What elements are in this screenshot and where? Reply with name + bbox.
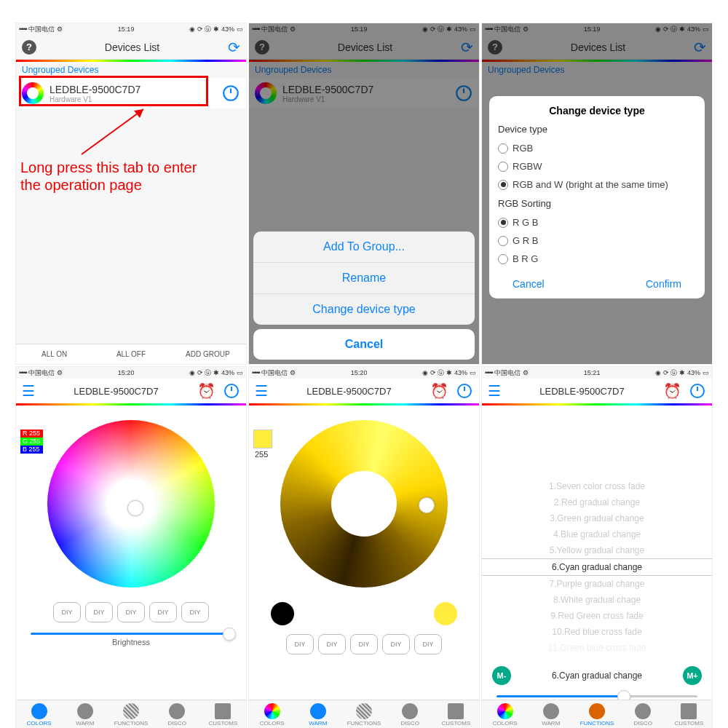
power-icon[interactable] xyxy=(221,84,240,103)
nav-title: Devices List xyxy=(105,41,159,53)
device-subtitle: Hardware V1 xyxy=(50,95,215,103)
rename-button[interactable]: Rename xyxy=(253,263,475,294)
diy-row: DIY DIY DIY DIY DIY xyxy=(16,602,246,622)
color-wheel[interactable] xyxy=(47,420,215,587)
change-type-dialog: Change device type Device type RGB RGBW … xyxy=(489,96,705,298)
radio-rgb-and-w[interactable]: RGB and W (bright at the same time) xyxy=(498,175,696,194)
svg-point-4 xyxy=(456,86,471,100)
rgb-sorting-label: RGB Sorting xyxy=(498,198,696,209)
svg-marker-3 xyxy=(134,109,143,118)
dialog-confirm-button[interactable]: Confirm xyxy=(646,278,681,290)
diy-button[interactable]: DIY xyxy=(350,634,378,654)
warm-value: 255 xyxy=(255,450,268,459)
power-icon[interactable] xyxy=(456,382,473,400)
screen-colors: ••••• 中国电信 ⚙15:20◉ ⟳ ⓤ ✱ 43% ▭ ☰ LEDBLE-… xyxy=(15,366,247,728)
tab-bar: COLORS WARM FUNCTIONS DISCO CUSTOMS xyxy=(16,700,246,728)
tab-customs[interactable]: CUSTOMS xyxy=(666,700,712,728)
diy-button[interactable]: DIY xyxy=(382,634,410,654)
menu-icon[interactable]: ☰ xyxy=(488,382,501,400)
screen-change-type-dialog: ••••• 中国电信 ⚙15:19◉ ⟳ ⓤ ✱ 43% ▭ ?Devices … xyxy=(481,23,713,365)
diy-button[interactable]: DIY xyxy=(53,602,81,622)
cancel-button[interactable]: Cancel xyxy=(253,329,475,360)
diy-button[interactable]: DIY xyxy=(318,634,346,654)
tab-functions[interactable]: FUNCTIONS xyxy=(108,700,154,728)
refresh-icon[interactable]: ⟳ xyxy=(228,39,240,56)
power-icon[interactable] xyxy=(223,382,240,400)
timer-icon[interactable]: ⏰ xyxy=(197,382,215,400)
menu-icon[interactable]: ☰ xyxy=(22,382,35,400)
color-picker-handle[interactable] xyxy=(127,500,143,516)
status-bar: ••••• 中国电信 ⚙ 15:19 ◉ ⟳ ⓤ ✱ 43% ▭ xyxy=(16,23,246,35)
radio-sort-grb[interactable]: G R B xyxy=(498,232,696,250)
svg-line-2 xyxy=(82,109,143,154)
device-name: LEDBLE-9500C7D7 xyxy=(50,84,215,95)
diy-button[interactable]: DIY xyxy=(286,634,314,654)
device-type-label: Device type xyxy=(498,124,696,135)
rgb-readout: R 255 G 255 B 255 xyxy=(20,430,43,454)
warm-picker-handle[interactable] xyxy=(419,497,435,513)
tab-functions[interactable]: FUNCTIONS xyxy=(341,700,387,728)
speed-slider[interactable] xyxy=(496,695,697,697)
tab-functions[interactable]: FUNCTIONS xyxy=(574,700,620,728)
timer-icon[interactable]: ⏰ xyxy=(663,382,681,400)
brightness-slider[interactable] xyxy=(31,633,232,635)
screen-action-sheet: ••••• 中国电信 ⚙ 15:19 ◉ ⟳ ⓤ ✱ 43% ▭ ?Device… xyxy=(248,23,480,365)
m-plus-button[interactable]: M+ xyxy=(683,666,702,685)
radio-rgbw[interactable]: RGBW xyxy=(498,157,696,175)
annotation-text: Long press this tab to enterthe operatio… xyxy=(20,159,197,194)
tab-warm[interactable]: WARM xyxy=(295,700,341,728)
nav-bar: ? Devices List ⟳ xyxy=(16,35,246,60)
screen-devices-list: ••••• 中国电信 ⚙ 15:19 ◉ ⟳ ⓤ ✱ 43% ▭ ? Devic… xyxy=(15,23,247,365)
section-header: Ungrouped Devices xyxy=(16,62,246,78)
status-bar: ••••• 中国电信 ⚙ 15:19 ◉ ⟳ ⓤ ✱ 43% ▭ xyxy=(249,23,479,35)
tab-customs[interactable]: CUSTOMS xyxy=(433,700,479,728)
change-type-button[interactable]: Change device type xyxy=(253,294,475,325)
add-to-group-button[interactable]: Add To Group... xyxy=(253,232,475,263)
add-group-button[interactable]: ADD GROUP xyxy=(170,344,246,364)
tab-warm[interactable]: WARM xyxy=(62,700,108,728)
help-icon[interactable]: ? xyxy=(22,40,36,55)
tab-disco[interactable]: DISCO xyxy=(387,700,433,728)
diy-button[interactable]: DIY xyxy=(149,602,177,622)
current-function: 6.Cyan gradual change xyxy=(552,670,642,681)
bottom-bar: ALL ON ALL OFF ADD GROUP xyxy=(16,344,246,364)
tab-colors[interactable]: COLORS xyxy=(249,700,295,728)
swatch-black[interactable] xyxy=(271,602,294,625)
tab-warm[interactable]: WARM xyxy=(528,700,574,728)
device-row[interactable]: LEDBLE-9500C7D7 Hardware V1 xyxy=(16,78,246,108)
annotation-arrow xyxy=(74,103,154,162)
all-off-button[interactable]: ALL OFF xyxy=(92,344,169,364)
warm-swatch xyxy=(253,430,272,448)
power-icon[interactable] xyxy=(689,382,706,400)
radio-rgb[interactable]: RGB xyxy=(498,139,696,157)
timer-icon[interactable]: ⏰ xyxy=(430,382,448,400)
tab-colors[interactable]: COLORS xyxy=(16,700,62,728)
screen-functions: ••••• 中国电信 ⚙15:21◉ ⟳ ⓤ ✱ 43% ▭ ☰ LEDBLE-… xyxy=(481,366,713,728)
m-minus-button[interactable]: M- xyxy=(492,666,511,685)
function-picker[interactable]: 1.Seven color cross fade 2.Red gradual c… xyxy=(482,478,712,656)
all-on-button[interactable]: ALL ON xyxy=(16,344,92,364)
device-icon xyxy=(22,82,44,104)
diy-button[interactable]: DIY xyxy=(85,602,113,622)
action-sheet: Add To Group... Rename Change device typ… xyxy=(253,232,475,360)
dialog-title: Change device type xyxy=(498,105,696,116)
warm-wheel[interactable] xyxy=(280,420,448,587)
dialog-cancel-button[interactable]: Cancel xyxy=(513,278,545,290)
diy-button[interactable]: DIY xyxy=(414,634,442,654)
diy-button[interactable]: DIY xyxy=(117,602,145,622)
radio-sort-rgb[interactable]: R G B xyxy=(498,213,696,232)
radio-sort-brg[interactable]: B R G xyxy=(498,250,696,268)
menu-icon[interactable]: ☰ xyxy=(255,382,268,400)
tab-disco[interactable]: DISCO xyxy=(620,700,666,728)
diy-button[interactable]: DIY xyxy=(181,602,209,622)
tab-customs[interactable]: CUSTOMS xyxy=(200,700,246,728)
tab-colors[interactable]: COLORS xyxy=(482,700,528,728)
screen-warm: ••••• 中国电信 ⚙15:20◉ ⟳ ⓤ ✱ 43% ▭ ☰ LEDBLE-… xyxy=(248,366,480,728)
tab-disco[interactable]: DISCO xyxy=(154,700,200,728)
swatch-yellow[interactable] xyxy=(434,602,457,625)
